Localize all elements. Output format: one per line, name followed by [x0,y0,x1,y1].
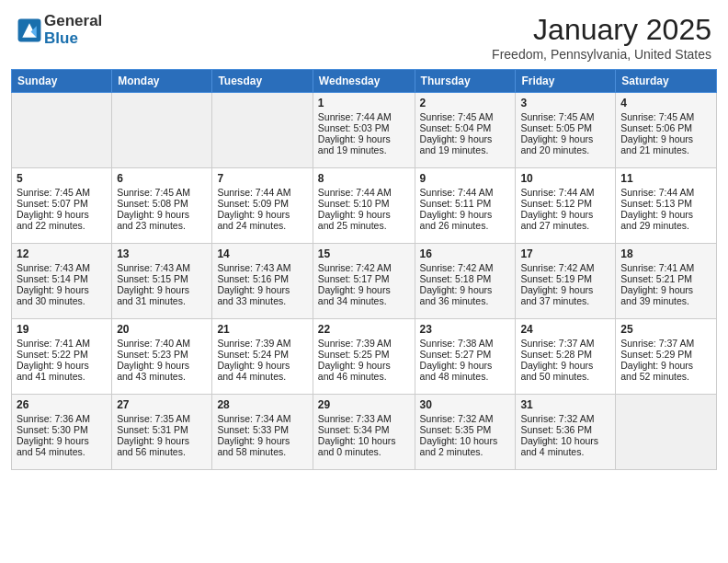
day-info-line: Sunrise: 7:35 AM [117,413,207,424]
day-info-line: and 50 minutes. [520,371,610,382]
day-info-line: and 0 minutes. [318,446,410,457]
day-number: 10 [520,172,610,185]
week-row-2: 5Sunrise: 7:45 AMSunset: 5:07 PMDaylight… [12,168,717,244]
calendar-cell: 20Sunrise: 7:40 AMSunset: 5:23 PMDayligh… [112,319,212,395]
day-info-line: and 21 minutes. [620,144,711,155]
day-number: 7 [217,172,307,185]
day-info-line: Sunset: 5:30 PM [17,424,107,435]
day-number: 14 [217,247,307,260]
title-block: January 2025 Freedom, Pennsylvania, Unit… [492,13,711,62]
calendar-cell: 31Sunrise: 7:32 AMSunset: 5:36 PMDayligh… [516,395,616,470]
calendar-cell: 14Sunrise: 7:43 AMSunset: 5:16 PMDayligh… [212,244,313,319]
day-info-line: Daylight: 9 hours [217,360,307,371]
day-info-line: Daylight: 9 hours [520,284,610,295]
calendar-cell: 11Sunrise: 7:44 AMSunset: 5:13 PMDayligh… [616,168,717,244]
day-info-line: Sunrise: 7:40 AM [117,338,207,349]
day-info-line: Sunset: 5:25 PM [318,349,410,360]
day-number: 19 [17,323,107,336]
day-number: 21 [217,323,307,336]
day-info-line: Sunset: 5:16 PM [217,273,307,284]
day-info-line: and 43 minutes. [117,371,207,382]
day-number: 4 [620,97,711,109]
calendar-cell: 8Sunrise: 7:44 AMSunset: 5:10 PMDaylight… [313,168,415,244]
day-info-line: Sunrise: 7:44 AM [620,187,711,198]
calendar-cell: 3Sunrise: 7:45 AMSunset: 5:05 PMDaylight… [516,93,616,168]
calendar-cell: 29Sunrise: 7:33 AMSunset: 5:34 PMDayligh… [313,395,415,470]
day-info-line: Sunrise: 7:42 AM [520,262,610,273]
day-info-line: Sunrise: 7:41 AM [17,338,107,349]
day-info-line: Sunset: 5:09 PM [217,198,307,209]
day-info-line: Sunset: 5:03 PM [318,122,410,133]
day-info-line: and 44 minutes. [217,371,307,382]
day-number: 27 [117,398,207,411]
day-info-line: Sunrise: 7:36 AM [17,413,107,424]
day-info-line: Sunset: 5:18 PM [420,273,511,284]
day-number: 11 [620,172,711,185]
calendar-cell [112,93,212,168]
day-info-line: and 31 minutes. [117,295,207,306]
day-info-line: Sunrise: 7:45 AM [520,111,610,122]
day-info-line: Sunrise: 7:42 AM [318,262,410,273]
day-info-line: Sunset: 5:28 PM [520,349,610,360]
day-info-line: and 19 minutes. [318,144,410,155]
day-info-line: Sunset: 5:12 PM [520,198,610,209]
day-info-line: Daylight: 9 hours [217,209,307,220]
day-info-line: Sunrise: 7:37 AM [620,338,711,349]
day-info-line: and 4 minutes. [520,446,610,457]
day-info-line: Sunrise: 7:44 AM [217,187,307,198]
day-info-line: Sunset: 5:34 PM [318,424,410,435]
day-info-line: Sunrise: 7:45 AM [620,111,711,122]
calendar-cell: 30Sunrise: 7:32 AMSunset: 5:35 PMDayligh… [415,395,516,470]
day-info-line: Daylight: 9 hours [17,360,107,371]
day-info-line: Sunrise: 7:43 AM [117,262,207,273]
calendar-cell: 12Sunrise: 7:43 AMSunset: 5:14 PMDayligh… [12,244,112,319]
day-number: 6 [117,172,207,185]
calendar-cell: 9Sunrise: 7:44 AMSunset: 5:11 PMDaylight… [415,168,516,244]
day-info-line: Daylight: 9 hours [620,284,711,295]
day-info-line: and 33 minutes. [217,295,307,306]
page: General Blue January 2025 Freedom, Penns… [0,0,728,563]
day-number: 16 [420,247,511,260]
day-info-line: Sunset: 5:24 PM [217,349,307,360]
day-info-line: and 58 minutes. [217,446,307,457]
calendar-header: SundayMondayTuesdayWednesdayThursdayFrid… [12,70,717,93]
calendar-cell: 16Sunrise: 7:42 AMSunset: 5:18 PMDayligh… [415,244,516,319]
day-info-line: Sunrise: 7:42 AM [420,262,511,273]
day-info-line: Sunset: 5:33 PM [217,424,307,435]
calendar-cell: 4Sunrise: 7:45 AMSunset: 5:06 PMDaylight… [616,93,717,168]
day-number: 12 [17,247,107,260]
day-number: 9 [420,172,511,185]
week-row-1: 1Sunrise: 7:44 AMSunset: 5:03 PMDaylight… [12,93,717,168]
day-number: 8 [318,172,410,185]
header-day-friday: Friday [516,70,616,93]
day-info-line: Sunset: 5:19 PM [520,273,610,284]
day-info-line: Daylight: 10 hours [420,435,511,446]
calendar-cell: 21Sunrise: 7:39 AMSunset: 5:24 PMDayligh… [212,319,313,395]
day-info-line: Daylight: 9 hours [318,133,410,144]
day-number: 30 [420,398,511,411]
calendar-table: SundayMondayTuesdayWednesdayThursdayFrid… [11,69,717,470]
day-info-line: and 30 minutes. [17,295,107,306]
day-info-line: and 52 minutes. [620,371,711,382]
day-info-line: Sunset: 5:27 PM [420,349,511,360]
day-info-line: and 23 minutes. [117,220,207,231]
day-info-line: Sunrise: 7:44 AM [318,187,410,198]
calendar-cell: 1Sunrise: 7:44 AMSunset: 5:03 PMDaylight… [313,93,415,168]
day-info-line: Daylight: 9 hours [520,209,610,220]
day-info-line: Sunrise: 7:44 AM [318,111,410,122]
day-info-line: Sunset: 5:10 PM [318,198,410,209]
day-info-line: Daylight: 9 hours [420,360,511,371]
day-info-line: Sunset: 5:11 PM [420,198,511,209]
day-number: 5 [17,172,107,185]
calendar-cell: 22Sunrise: 7:39 AMSunset: 5:25 PMDayligh… [313,319,415,395]
calendar-cell: 15Sunrise: 7:42 AMSunset: 5:17 PMDayligh… [313,244,415,319]
day-info-line: and 22 minutes. [17,220,107,231]
day-info-line: Sunset: 5:35 PM [420,424,511,435]
day-number: 3 [520,97,610,109]
day-info-line: Daylight: 9 hours [117,209,207,220]
calendar-cell [12,93,112,168]
calendar-cell: 27Sunrise: 7:35 AMSunset: 5:31 PMDayligh… [112,395,212,470]
header-day-wednesday: Wednesday [313,70,415,93]
day-number: 13 [117,247,207,260]
day-info-line: and 54 minutes. [17,446,107,457]
